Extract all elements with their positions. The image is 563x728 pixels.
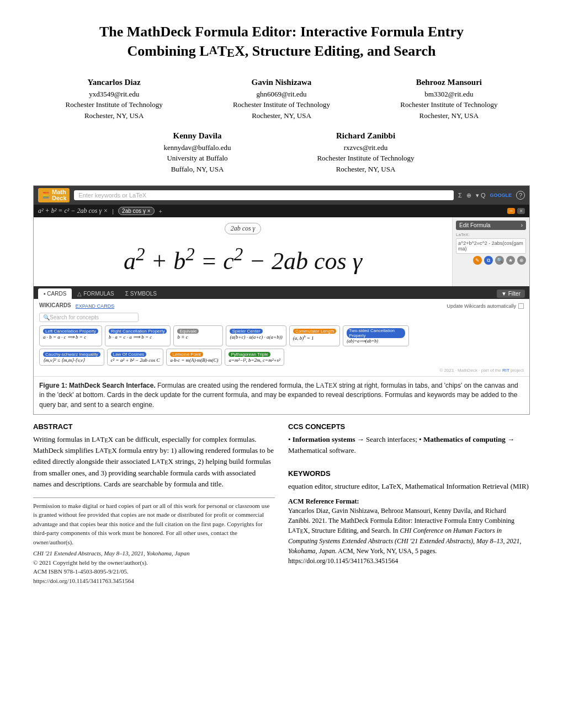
- card-law-cosines[interactable]: Law Of Cosines c² = a² + b² − 2ab cos C: [107, 349, 164, 366]
- card-formula: c² = a² + b² − 2ab cos C: [111, 357, 160, 363]
- search-action-icon[interactable]: 🔍: [495, 256, 504, 265]
- card-badge: Spieler Center: [230, 329, 262, 334]
- abstract-title: ABSTRACT: [33, 422, 275, 431]
- author-2: Gavin Nishizawa ghn6069@rit.edu Rocheste…: [200, 76, 362, 121]
- filter-button[interactable]: ▼ Filter: [497, 290, 525, 298]
- author-4-inst: University at Buffalo: [167, 153, 227, 164]
- help-icon[interactable]: ?: [516, 191, 525, 200]
- card-formula: (ab)=a⟹(ab=b): [347, 339, 405, 344]
- tab-formulas[interactable]: △ FORMULAS: [72, 288, 119, 299]
- card-badge: Lemoine Point: [170, 352, 203, 357]
- chip-plus[interactable]: +: [159, 208, 162, 215]
- keywords-title: KEYWORDS: [288, 469, 530, 478]
- copy-icon[interactable]: ⧉: [484, 256, 493, 265]
- md-cards-row1: Left Cancellation Property a · b = a · c…: [39, 325, 524, 346]
- pencil-icon[interactable]: ✎: [473, 256, 482, 265]
- search-icon[interactable]: ▾ Q: [476, 192, 486, 199]
- isbn-text: ACM ISBN 978-1-4503-8095-9/21/05.: [33, 567, 275, 576]
- tab-cards[interactable]: ▪ CARDS: [38, 288, 72, 299]
- expand-cards-link[interactable]: EXPAND CARDS: [76, 303, 114, 309]
- logo-icon: 🧮: [41, 191, 50, 200]
- card-badge: Equivale: [177, 329, 199, 334]
- md-tabs: ▪ CARDS △ FORMULAS Σ SYMBOLS ▼ Filter: [34, 286, 529, 299]
- filter-icon: ▼: [501, 291, 507, 297]
- share-icon[interactable]: ⊕: [517, 256, 526, 265]
- card-lemoine[interactable]: Lemoine Point a·b·c = m(A)·m(B)·m(C): [166, 349, 222, 366]
- authors-row1: Yancarlos Diaz yxd3549@rit.edu Rochester…: [33, 76, 530, 121]
- card-left-cancellation[interactable]: Left Cancellation Property a · b = a · c…: [39, 325, 102, 346]
- card-formula: (a(b+c) · a(a+c) · a(a+b)): [230, 334, 282, 340]
- figure-caption: Figure 1: MathDeck Search Interface. For…: [34, 376, 529, 414]
- md-formula-hint: 2ab cos γ: [225, 223, 262, 234]
- md-action-icons: ✎ ⧉ 🔍 ★ ⊕: [456, 256, 526, 265]
- author-1-loc: Rochester, NY, USA: [84, 110, 144, 121]
- two-column-body: ABSTRACT Writing formulas in LATEX can b…: [33, 422, 530, 585]
- card-cauchy[interactable]: Cauchy-schwarz Inequality ⟨m,v⟩² ≤ ⟨m,m⟩…: [39, 349, 104, 366]
- copyright-text: © 2021 Copyright held by the owner/autho…: [33, 558, 275, 568]
- author-5: Richard Zanibbi rxzvcs@rit.edu Rochester…: [284, 130, 447, 174]
- author-2-loc: Rochester, NY, USA: [252, 110, 311, 121]
- chip-formula-main[interactable]: a² + b² = c² − 2ab cos γ ×: [38, 207, 108, 215]
- card-badge: Law Of Cosines: [111, 352, 146, 357]
- title-line1: The MathDeck Formula Editor: Interactive…: [99, 24, 464, 40]
- card-commutator[interactable]: Commutator Length (a, b)b = 1: [289, 325, 341, 346]
- formulas-icon: △: [77, 291, 82, 297]
- author-2-inst: Rochester Institute of Technology: [233, 99, 330, 110]
- doi-text: https://doi.org/10.1145/3411763.3451564: [33, 576, 275, 586]
- expand-icon[interactable]: ×: [517, 208, 525, 214]
- paper-title: The MathDeck Formula Editor: Interactive…: [33, 22, 530, 61]
- card-two-sided[interactable]: Two-sided Cancellation Property (ab)=a⟹(…: [343, 325, 409, 346]
- author-1-name: Yancarlos Diaz: [88, 76, 141, 89]
- md-formula-canvas: 2ab cos γ a2 + b2 = c2 − 2ab cos γ: [34, 217, 452, 286]
- tab-symbols[interactable]: Σ SYMBOLS: [120, 288, 162, 299]
- footer-note: © 2021 · MathDeck · part of the RIT proj…: [39, 368, 524, 373]
- card-equivale[interactable]: Equivale b ≡ c: [173, 325, 223, 346]
- card-pythagorean[interactable]: Pythagorean Triple a=m²−l², b=2m, c=m²+s…: [225, 349, 284, 366]
- md-top-bar: 🧮 Math Deck Enter keywords or LaTeX Σ ⊕ …: [34, 186, 529, 205]
- keywords-text: equation editor, structure editor, LaTeX…: [288, 481, 530, 492]
- col-right: CCS CONCEPTS • Information systems → Sea…: [288, 422, 530, 585]
- auto-update-checkbox[interactable]: [518, 303, 524, 309]
- author-3-email: bm3302@rit.edu: [424, 89, 473, 100]
- md-deck-area: WIKICARDS EXPAND CARDS Update Wikicards …: [34, 299, 529, 376]
- md-search-input[interactable]: Enter keywords or LaTeX: [74, 190, 454, 200]
- star-icon[interactable]: ★: [506, 256, 515, 265]
- edit-formula-button[interactable]: Edit Formula ›: [456, 221, 526, 230]
- author-3-inst: Rochester Institute of Technology: [400, 99, 497, 110]
- cards-icon: ▪: [44, 291, 46, 297]
- card-spieler[interactable]: Spieler Center (a(b+c) · a(a+c) · a(a+b)…: [226, 325, 286, 346]
- ccs-text: • Information systems → Search interface…: [288, 434, 530, 456]
- author-3-loc: Rochester, NY, USA: [419, 110, 479, 121]
- author-2-email: ghn6069@rit.edu: [256, 89, 306, 100]
- title-line2: Combining LATEX, Structure Editing, and …: [128, 43, 436, 59]
- acm-ref-text: Yancarlos Diaz, Gavin Nishizawa, Behrooz…: [288, 506, 530, 565]
- card-badge: Cauchy-schwarz Inequality: [43, 352, 100, 357]
- card-formula: a·b·c = m(A)·m(B)·m(C): [170, 357, 218, 363]
- chevron-right-icon: ›: [521, 222, 523, 228]
- footnote-area: Permission to make digital or hard copie…: [33, 497, 275, 586]
- card-right-cancellation[interactable]: Right Cancellation Property b · a = c · …: [105, 325, 171, 346]
- card-formula: b ≡ c: [177, 334, 219, 340]
- md-cards-row2: Cauchy-schwarz Inequality ⟨m,v⟩² ≤ ⟨m,m⟩…: [39, 349, 524, 366]
- md-rendered-formula: a2 + b2 = c2 − 2ab cos γ: [124, 239, 362, 281]
- card-formula: a=m²−l², b=2m, c=m²+s²: [229, 357, 280, 363]
- mathdeck-screenshot: 🧮 Math Deck Enter keywords or LaTeX Σ ⊕ …: [34, 186, 529, 376]
- col-left: ABSTRACT Writing formulas in LATEX can b…: [33, 422, 275, 585]
- collapse-icon[interactable]: −: [507, 208, 515, 214]
- md-search-concepts[interactable]: 🔍 Search for concepts: [39, 313, 139, 322]
- search-placeholder: Enter keywords or LaTeX: [78, 192, 146, 199]
- card-formula: ⟨m,v⟩² ≤ ⟨m,m⟩·⟨v,v⟩: [43, 357, 100, 363]
- md-top-icons: Σ ⊕ ▾ Q GOOGLE ?: [458, 191, 525, 200]
- acm-ref: ACM Reference Format: Yancarlos Diaz, Ga…: [288, 497, 530, 565]
- settings-icon[interactable]: ⊕: [466, 192, 471, 199]
- google-label: GOOGLE: [490, 192, 512, 198]
- ccs-title: CCS CONCEPTS: [288, 422, 530, 431]
- author-5-inst: Rochester Institute of Technology: [317, 153, 414, 164]
- author-3: Behrooz Mansouri bm3302@rit.edu Rocheste…: [368, 76, 530, 121]
- chip-2ab[interactable]: 2ab cos γ ×: [118, 207, 154, 215]
- card-badge: Commutator Length: [293, 329, 337, 334]
- md-right-panel: Edit Formula › LaTeX: a^2+b^2=c^2 - 2abs…: [452, 217, 529, 286]
- author-2-name: Gavin Nishizawa: [252, 76, 312, 89]
- authors-row2: Kenny Davila kennydav@buffalo.edu Univer…: [116, 130, 447, 174]
- auto-update-label: Update Wikicards automatically: [447, 303, 516, 309]
